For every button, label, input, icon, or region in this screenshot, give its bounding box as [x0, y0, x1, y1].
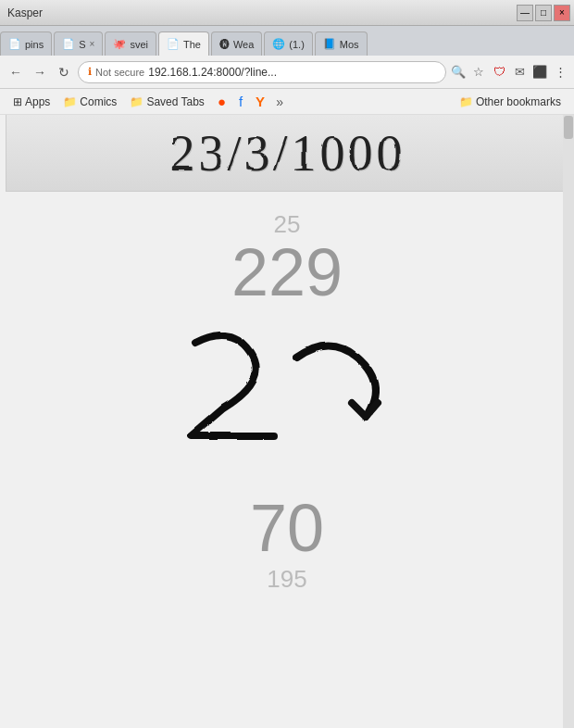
tab-1-label: (1.): [289, 39, 305, 50]
scrollbar-thumb[interactable]: [564, 116, 573, 139]
close-button[interactable]: ×: [554, 5, 570, 21]
tab-the-label: The: [183, 39, 201, 50]
folder2-icon: 📁: [130, 95, 144, 108]
tab-1[interactable]: 🌐 (1.): [264, 31, 313, 56]
tab-pins-label: pins: [25, 39, 44, 50]
apps-grid-icon: ⊞: [13, 95, 22, 108]
bookmark-apps[interactable]: ⊞ Apps: [7, 94, 56, 110]
handwritten-mid-container: [6, 315, 568, 467]
title-bar: Kasper — □ ×: [0, 0, 574, 26]
address-icons: 🔍 ☆ 🛡 ✉ ⬛ ⋮: [450, 64, 568, 81]
tab-s-icon: 📄: [62, 38, 75, 50]
facebook-icon: f: [239, 94, 243, 109]
tab-svei[interactable]: 🐙 svei: [105, 31, 156, 56]
tab-s-close[interactable]: ×: [90, 39, 95, 49]
mail-icon[interactable]: ✉: [511, 64, 528, 81]
search-icon[interactable]: 🔍: [450, 64, 467, 81]
tab-the[interactable]: 📄 The: [158, 31, 209, 56]
tab-wea-label: Wea: [233, 39, 254, 50]
page-wrapper: 23/3/1000 25 229 70 195: [0, 115, 574, 728]
tab-pins[interactable]: 📄 pins: [0, 31, 52, 56]
minimize-button[interactable]: —: [517, 5, 533, 21]
handwritten-mid-svg: [167, 315, 407, 463]
reddit-icon: ●: [218, 94, 226, 109]
other-bookmarks[interactable]: 📁 Other bookmarks: [454, 94, 567, 110]
number-small-bottom: 195: [267, 565, 306, 594]
tab-wea[interactable]: 🅦 Wea: [211, 31, 262, 56]
star-icon[interactable]: ☆: [470, 64, 487, 81]
display-top-number: 23/3/1000: [168, 124, 405, 182]
bookmark-reddit[interactable]: ●: [212, 92, 231, 111]
tab-1-icon: 🌐: [272, 38, 285, 50]
tab-mos-label: Mos: [340, 39, 359, 50]
tabs-bar: 📄 pins 📄 S × 🐙 svei 📄 The 🅦 Wea 🌐 (1.) 📘…: [0, 26, 574, 56]
scrollbar[interactable]: [563, 115, 574, 728]
not-secure-icon: ℹ: [88, 66, 92, 78]
tab-the-icon: 📄: [167, 38, 180, 50]
other-bookmarks-folder-icon: 📁: [459, 95, 473, 108]
bookmark-saved-tabs[interactable]: 📁 Saved Tabs: [124, 94, 210, 110]
back-button[interactable]: ←: [6, 62, 26, 82]
extension-icon[interactable]: ⬛: [531, 64, 548, 81]
shield-icon[interactable]: 🛡: [491, 64, 507, 81]
display-top: 23/3/1000: [6, 115, 568, 192]
other-bookmarks-label: Other bookmarks: [476, 95, 561, 108]
protocol-label: Not secure: [95, 67, 144, 78]
number-large-1: 229: [231, 239, 343, 306]
bookmark-facebook[interactable]: f: [233, 92, 248, 111]
bookmark-comics[interactable]: 📁 Comics: [57, 94, 122, 110]
more-bookmarks-button[interactable]: »: [272, 94, 287, 109]
address-bar: ← → ↻ ℹ Not secure 192.168.1.24:8000/?li…: [0, 56, 574, 89]
tab-s[interactable]: 📄 S ×: [54, 31, 103, 56]
title-bar-text: Kasper: [0, 6, 43, 19]
hn-icon: Y: [256, 94, 265, 109]
folder-icon: 📁: [63, 95, 77, 108]
address-input[interactable]: ℹ Not secure 192.168.1.24:8000/?line...: [78, 61, 446, 83]
tab-svei-icon: 🐙: [113, 38, 126, 50]
bookmarks-bar: ⊞ Apps 📁 Comics 📁 Saved Tabs ● f Y » 📁 O…: [0, 89, 574, 115]
bookmark-y[interactable]: Y: [250, 92, 270, 111]
number-large-2: 70: [250, 495, 324, 561]
menu-icon[interactable]: ⋮: [552, 64, 568, 81]
tab-svei-label: svei: [130, 39, 148, 50]
tab-wea-icon: 🅦: [219, 39, 230, 50]
tab-mos[interactable]: 📘 Mos: [315, 31, 368, 56]
tab-mos-icon: 📘: [323, 38, 336, 50]
refresh-button[interactable]: ↻: [54, 62, 74, 82]
forward-button[interactable]: →: [30, 62, 50, 82]
tab-pins-icon: 📄: [8, 38, 21, 50]
tab-s-label: S: [79, 39, 85, 50]
bookmark-apps-label: Apps: [25, 95, 50, 108]
url-text: 192.168.1.24:8000/?line...: [148, 66, 277, 79]
maximize-button[interactable]: □: [535, 5, 552, 21]
page-content: 23/3/1000 25 229 70 195: [0, 115, 574, 728]
title-bar-controls: — □ ×: [515, 5, 574, 21]
bookmark-saved-tabs-label: Saved Tabs: [146, 95, 205, 108]
bookmark-comics-label: Comics: [80, 95, 117, 108]
